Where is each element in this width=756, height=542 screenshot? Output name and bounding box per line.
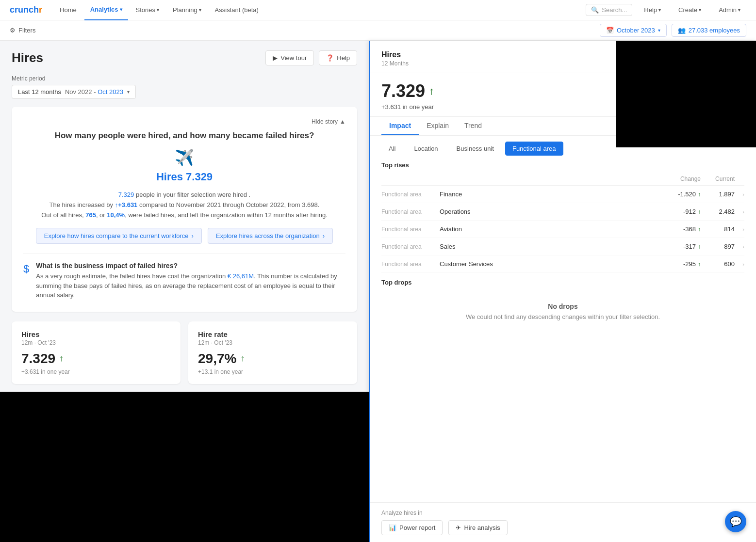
view-tour-button[interactable]: ▶ View tour: [265, 50, 314, 65]
hire-rate-metric-card: Hire rate 12m · Oct '23 29,7% ↑ +13.1 in…: [188, 321, 357, 384]
row-current: 1.897: [701, 191, 735, 198]
dollar-icon: $: [23, 263, 29, 275]
explore-workforce-button[interactable]: Explore how hires compare to the current…: [36, 228, 202, 244]
panel-footer: Analyze hires in 📊 Power report ✈ Hire a…: [370, 502, 756, 542]
arrow-up-icon: ↑: [240, 353, 245, 364]
row-expand-icon[interactable]: ›: [735, 226, 744, 232]
filters-button[interactable]: ⚙ Filters: [10, 27, 35, 34]
nav-item-analytics[interactable]: Analytics ▾: [84, 0, 128, 20]
report-icon: 📊: [389, 524, 396, 531]
nav-item-assistant[interactable]: Assistant (beta): [209, 0, 264, 20]
logo[interactable]: crunchr: [10, 5, 42, 15]
impact-title: What is the business impact of failed hi…: [36, 262, 345, 270]
nav-item-home[interactable]: Home: [54, 0, 82, 20]
metric-cards: Hires 12m · Oct '23 7.329 ↑ +3.631 in on…: [12, 321, 357, 384]
filter-icon: ⚙: [10, 27, 16, 34]
row-name: Operations: [440, 208, 652, 215]
big-arrow-up-icon: ↑: [429, 85, 434, 97]
chevron-down-icon: ▾: [658, 28, 660, 33]
metric-period-label: Metric period: [12, 75, 357, 82]
row-name: Aviation: [440, 225, 652, 233]
nav-item-create[interactable]: Create ▾: [673, 0, 707, 20]
tab-explain[interactable]: Explain: [419, 117, 457, 135]
tab-impact[interactable]: Impact: [381, 117, 419, 135]
row-change: -317 ↑: [652, 243, 701, 250]
row-expand-icon[interactable]: ›: [735, 261, 744, 267]
metric-period-value: Last 12 months: [18, 88, 61, 96]
power-report-button[interactable]: 📊 Power report: [381, 520, 443, 535]
row-expand-icon[interactable]: ›: [735, 209, 744, 215]
story-card: Hide story ▲ How many people were hired,…: [12, 107, 357, 312]
row-expand-icon[interactable]: ›: [735, 244, 744, 250]
row-expand-icon[interactable]: ›: [735, 191, 744, 197]
page-header: Hires ▶ View tour ❓ Help: [12, 50, 357, 65]
footer-actions: 📊 Power report ✈ Hire analysis: [381, 520, 744, 535]
employees-badge[interactable]: 👥 27.033 employees: [672, 24, 746, 37]
arrow-right-icon: ›: [192, 232, 194, 239]
chevron-down-icon: ▾: [120, 7, 122, 12]
nav-item-help[interactable]: Help ▾: [638, 0, 667, 20]
nav-items: Home Analytics ▾ Stories ▾ Planning ▾ As…: [54, 0, 746, 20]
metric-chevron-icon: ▾: [127, 89, 130, 95]
hires-card-value: 7.329 ↑: [21, 351, 171, 367]
row-label: Functional area: [381, 208, 440, 215]
metric-period-selector[interactable]: Last 12 months Nov 2022 - Oct 2023 ▾: [12, 85, 136, 99]
row-current: 897: [701, 243, 735, 250]
calendar-icon: 📅: [606, 27, 614, 34]
search-input[interactable]: 🔍 Search...: [586, 4, 632, 16]
filter-all[interactable]: All: [381, 142, 403, 156]
black-overlay-bottom-left: [0, 392, 369, 542]
table-row: Functional area Finance -1.520 ↑ 1.897 ›: [381, 186, 744, 203]
row-label: Functional area: [381, 191, 440, 198]
col-change-header: Change: [652, 175, 701, 182]
tab-trend[interactable]: Trend: [457, 117, 490, 135]
filter-location[interactable]: Location: [407, 142, 445, 156]
toolbar: ⚙ Filters 📅 October 2023 ▾ 👥 27.033 empl…: [0, 20, 756, 41]
chevron-down-icon: ▾: [199, 7, 201, 13]
table-row: Functional area Operations -912 ↑ 2.482 …: [381, 203, 744, 221]
row-current: 600: [701, 260, 735, 268]
row-change: -1.520 ↑: [652, 191, 701, 198]
hide-story-button[interactable]: Hide story ▲: [312, 118, 345, 125]
main-area: Hires ▶ View tour ❓ Help Metric period L…: [0, 41, 756, 542]
date-selector[interactable]: 📅 October 2023 ▾: [600, 24, 667, 37]
chat-icon: 💬: [730, 516, 742, 527]
metric-range-start: Nov 2022 - Oct 2023: [65, 88, 123, 96]
nav-item-planning[interactable]: Planning ▾: [167, 0, 207, 20]
chevron-down-icon: ▾: [699, 7, 701, 13]
table-header: Change Current: [381, 171, 744, 186]
page-title: Hires: [12, 50, 43, 65]
nav-search-area: 🔍 Search... Help ▾ Create ▾ Admin ▾: [586, 0, 746, 20]
chevron-down-icon: ▾: [157, 7, 159, 13]
analyze-label: Analyze hires in: [381, 510, 744, 516]
nav-item-admin[interactable]: Admin ▾: [713, 0, 746, 20]
row-label: Functional area: [381, 226, 440, 233]
row-name: Finance: [440, 191, 652, 198]
filter-business-unit[interactable]: Business unit: [449, 142, 501, 156]
hire-analysis-button[interactable]: ✈ Hire analysis: [448, 520, 507, 535]
impact-text: As a very rough estimate, the failed hir…: [36, 271, 345, 300]
black-overlay-top-right: [616, 41, 756, 147]
help-icon: ❓: [326, 54, 334, 62]
employees-icon: 👥: [678, 27, 686, 34]
chat-bubble[interactable]: 💬: [725, 511, 746, 532]
search-icon: 🔍: [591, 6, 599, 14]
logo-text: crunchr: [10, 5, 42, 15]
story-header: Hide story ▲: [23, 118, 345, 125]
plane-icon: ✈️: [23, 148, 345, 167]
tour-icon: ▶: [273, 54, 278, 62]
hires-card-period: 12m · Oct '23: [21, 339, 171, 346]
help-button[interactable]: ❓ Help: [319, 50, 357, 65]
hire-rate-card-change: +13.1 in one year: [198, 368, 347, 375]
top-drops-label: Top drops: [381, 273, 744, 288]
explore-hires-button[interactable]: Explore hires across the organization ›: [208, 228, 333, 244]
no-drops-text: We could not find any descending changes…: [391, 313, 735, 320]
table-row: Functional area Aviation -368 ↑ 814 ›: [381, 221, 744, 238]
filter-functional-area[interactable]: Functional area: [505, 142, 563, 156]
nav-item-stories[interactable]: Stories ▾: [130, 0, 165, 20]
chevron-down-icon: ▾: [738, 7, 740, 13]
story-divider: [23, 254, 345, 254]
hire-rate-card-period: 12m · Oct '23: [198, 339, 347, 346]
no-drops-title: No drops: [391, 303, 735, 310]
row-change: -368 ↑: [652, 225, 701, 233]
